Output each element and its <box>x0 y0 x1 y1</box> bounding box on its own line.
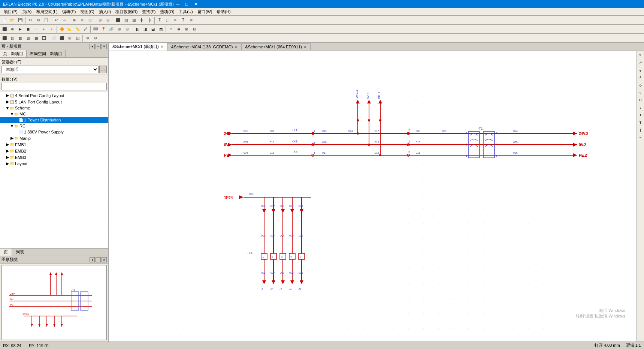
tb3-9[interactable]: ⊞ <box>66 34 73 42</box>
tree-item-power-dist[interactable]: 📄 1 Power Distribution <box>0 117 108 123</box>
tb3-11[interactable]: ⊕ <box>84 34 91 42</box>
redo-btn[interactable]: ↪ <box>60 16 68 24</box>
zoom-fit-btn[interactable]: ⊡ <box>86 16 94 24</box>
rt-btn-11[interactable]: ∫ <box>637 127 644 133</box>
grid-btn[interactable]: ⊞ <box>96 16 104 24</box>
tab-close-btn[interactable]: ✕ <box>303 45 306 49</box>
menu-item[interactable]: 选项(O) <box>158 8 176 15</box>
tree-area[interactable]: ▶ 📋 4 Serial Port Config Layout ▶ 📋 5 LA… <box>0 92 108 248</box>
tb2-20[interactable]: ⬒ <box>157 25 164 33</box>
cross-ref-btn[interactable]: ⊕ <box>187 16 195 24</box>
zoom-in-btn[interactable]: ⊕ <box>70 16 78 24</box>
tb3-2[interactable]: ▤ <box>9 34 16 42</box>
tb3-7[interactable]: ⬜ <box>50 34 58 42</box>
preview-min-btn[interactable]: ─ <box>96 257 101 262</box>
save-btn[interactable]: 💾 <box>16 16 24 24</box>
rt-btn-9[interactable]: T <box>637 112 644 118</box>
tb2-5[interactable]: ◽ <box>32 25 40 33</box>
tb2-18[interactable]: ◨ <box>141 25 149 33</box>
filter-select[interactable]: - 未激活 - <box>1 66 99 73</box>
tb2-23[interactable]: ⊠ <box>183 25 190 33</box>
left-tab-layout[interactable]: 布局空间 - 新项目 <box>27 50 66 57</box>
tb2-11[interactable]: 🖊 <box>82 25 89 33</box>
tree-item-emb3[interactable]: ▶ 📁 EMB3 <box>0 154 108 160</box>
align-left-btn[interactable]: ⬛ <box>114 16 122 24</box>
rt-btn-8[interactable]: ε <box>637 104 644 111</box>
cut-btn[interactable]: ✂ <box>27 16 34 24</box>
copy-btn[interactable]: ⧉ <box>34 16 42 24</box>
tree-item-mc[interactable]: ▼ 📁 MC <box>0 111 108 117</box>
tb2-22[interactable]: ≣ <box>175 25 182 33</box>
tb3-4[interactable]: ▧ <box>24 34 32 42</box>
preview-close-btn[interactable]: ✕ <box>102 257 107 262</box>
tree-toggle[interactable]: ▶ <box>5 161 10 166</box>
tb2-7[interactable]: ▫ <box>48 25 55 33</box>
tree-item-layout[interactable]: ▶ 📁 Layout <box>0 160 108 167</box>
canvas-container[interactable]: -24V..1 0V..1 PE..1 <box>109 51 637 342</box>
paste-btn[interactable]: 📋 <box>42 16 50 24</box>
menu-item[interactable]: 视图(C) <box>78 8 96 15</box>
rt-btn-2[interactable]: ↗ <box>637 59 644 66</box>
tab-scheme-mc1-new[interactable]: &Scheme+MC/1 (新项目) ✕ <box>109 43 167 51</box>
tb3-12[interactable]: ⊖ <box>92 34 99 42</box>
tb2-13[interactable]: 📍 <box>100 25 107 33</box>
tb3-10[interactable]: ◫ <box>74 34 81 42</box>
bottom-tab-list[interactable]: 列表 <box>12 249 28 256</box>
tree-toggle[interactable]: ▶ <box>5 148 10 153</box>
tb2-14[interactable]: 🔗 <box>108 25 115 33</box>
tree-toggle[interactable]: ▶ <box>5 155 10 160</box>
tab-scheme-mc1-064[interactable]: &Scheme+MC/1 (064 EE0911) ✕ <box>242 43 311 50</box>
tree-item-emb1[interactable]: ▶ 📁 EMB1 <box>0 141 108 148</box>
tb2-4[interactable]: ◼ <box>24 25 32 33</box>
menu-item[interactable]: 项目(P) <box>1 8 20 15</box>
panel-min-btn[interactable]: ─ <box>96 44 101 49</box>
tree-item-scheme[interactable]: ▼ 📁 Scheme <box>0 105 108 111</box>
tb2-19[interactable]: ⬓ <box>149 25 157 33</box>
rt-btn-1[interactable]: ↖ <box>637 52 644 58</box>
tree-toggle[interactable]: ▶ <box>10 136 14 141</box>
tb3-3[interactable]: ▦ <box>16 34 24 42</box>
value-input[interactable] <box>1 83 107 90</box>
tb3-6[interactable]: 🔲 <box>40 34 48 42</box>
tb2-24[interactable]: ⊡ <box>191 25 198 33</box>
tab-scheme-mc4-138[interactable]: &Scheme+MC/4 (138_GCDEMO) ✕ <box>167 43 242 50</box>
tb2-8[interactable]: 🔶 <box>58 25 66 33</box>
tree-item-lan-port[interactable]: ▶ 📋 5 LAN Port Config Layout <box>0 99 108 105</box>
maximize-button[interactable]: □ <box>183 0 191 8</box>
rt-btn-4[interactable]: ┘ <box>637 74 644 81</box>
symbol-btn[interactable]: Σ <box>156 16 163 24</box>
menu-item[interactable]: 布局空间(L) <box>34 8 60 15</box>
rt-btn-12[interactable]: ~ <box>637 134 644 141</box>
tb2-9[interactable]: 📐 <box>66 25 73 33</box>
tb2-2[interactable]: ⊕ <box>9 25 16 33</box>
zoom-out-btn[interactable]: ⊖ <box>78 16 86 24</box>
tree-item-380v[interactable]: 📄 1 380V Power Supply <box>0 129 108 135</box>
rt-btn-10[interactable]: T <box>637 119 644 126</box>
tree-toggle[interactable]: ▼ <box>10 124 14 128</box>
align-right-btn[interactable]: ▥ <box>130 16 137 24</box>
snap-btn[interactable]: ⊟ <box>104 16 112 24</box>
tb2-10[interactable]: 📏 <box>74 25 81 33</box>
tb3-1[interactable]: ⬛ <box>1 34 8 42</box>
tab-close-btn[interactable]: ✕ <box>160 45 163 49</box>
menu-item[interactable]: 工具(U) <box>176 8 195 15</box>
tb2-21[interactable]: ≡ <box>167 25 175 33</box>
cable-btn[interactable]: ≈ <box>172 16 179 24</box>
open-btn[interactable]: 📂 <box>9 16 16 24</box>
label-btn[interactable]: T <box>179 16 187 24</box>
tb2-6[interactable]: ▪ <box>40 25 48 33</box>
minimize-button[interactable]: ─ <box>174 0 182 8</box>
rt-btn-7[interactable]: C <box>637 97 644 103</box>
tb2-17[interactable]: ◧ <box>133 25 141 33</box>
menu-item[interactable]: 项目数据(R) <box>113 8 140 15</box>
preview-pin-btn[interactable]: ◂ <box>90 257 95 262</box>
tree-toggle[interactable]: ▼ <box>10 112 14 116</box>
menu-item[interactable]: 帮助(H) <box>214 8 233 15</box>
tb3-5[interactable]: ▩ <box>32 34 40 42</box>
menu-item[interactable]: 页(A) <box>20 8 34 15</box>
new-btn[interactable]: 📄 <box>1 16 8 24</box>
device-btn[interactable]: ⬚ <box>164 16 171 24</box>
route-btn[interactable]: ╠ <box>146 16 153 24</box>
tb2-1[interactable]: ⬛ <box>1 25 8 33</box>
menu-item[interactable]: 编辑(E) <box>60 8 78 15</box>
